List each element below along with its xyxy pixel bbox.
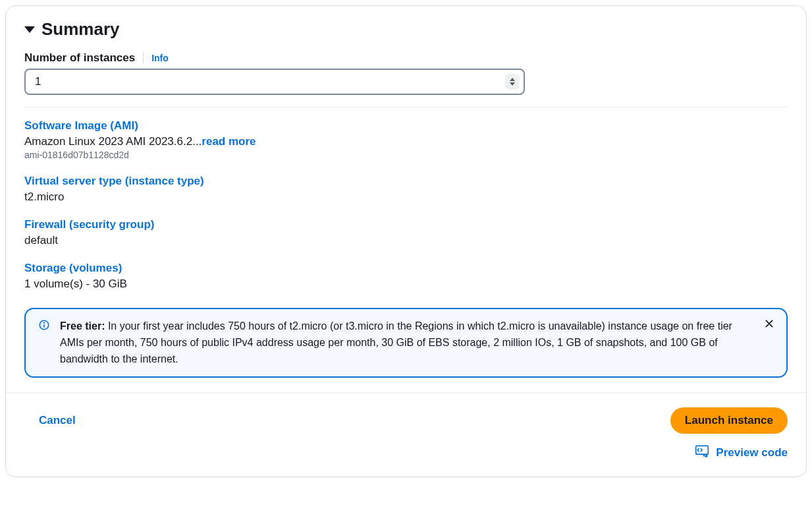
ami-value: Amazon Linux 2023 AMI 2023.6.2...read mo…	[24, 135, 788, 148]
info-icon	[38, 318, 51, 332]
firewall-value: default	[24, 234, 788, 247]
summary-title: Summary	[41, 19, 120, 40]
footer-row: Cancel Launch instance	[24, 407, 788, 434]
code-icon	[695, 444, 709, 461]
ami-name: Amazon Linux 2023 AMI 2023.6.2...	[24, 135, 202, 148]
num-instances-input[interactable]	[24, 69, 525, 95]
alert-text: Free tier: In your first year includes 7…	[60, 320, 732, 365]
panel-body: Summary Number of instances Info Softwar…	[6, 6, 806, 392]
read-more-link[interactable]: read more	[202, 135, 256, 148]
storage-section: Storage (volumes) 1 volume(s) - 30 GiB	[24, 262, 788, 291]
ami-id: ami-01816d07b1128cd2d	[24, 150, 788, 160]
cancel-button[interactable]: Cancel	[24, 414, 76, 427]
num-instances-row: Number of instances Info	[24, 51, 788, 65]
caret-down-icon	[24, 26, 35, 33]
close-icon[interactable]	[761, 316, 777, 332]
number-stepper[interactable]	[505, 74, 520, 90]
firewall-title[interactable]: Firewall (security group)	[24, 218, 788, 231]
storage-value: 1 volume(s) - 30 GiB	[24, 278, 788, 291]
preview-row: Preview code	[24, 444, 788, 461]
free-tier-alert: Free tier: In your first year includes 7…	[24, 308, 788, 378]
summary-header[interactable]: Summary	[24, 19, 788, 40]
divider	[24, 107, 788, 107]
instance-type-value: t2.micro	[24, 191, 788, 204]
chevron-up-icon	[510, 78, 515, 81]
firewall-section: Firewall (security group) default	[24, 218, 788, 247]
storage-title[interactable]: Storage (volumes)	[24, 262, 788, 275]
instance-type-title[interactable]: Virtual server type (instance type)	[24, 175, 788, 188]
panel-footer: Cancel Launch instance Preview code	[6, 392, 806, 477]
preview-code-label: Preview code	[716, 446, 788, 459]
ami-title[interactable]: Software Image (AMI)	[24, 119, 788, 132]
separator	[143, 52, 144, 64]
svg-point-2	[44, 322, 45, 323]
alert-body: In your first year includes 750 hours of…	[60, 320, 732, 365]
num-instances-input-wrap	[24, 69, 525, 95]
info-link[interactable]: Info	[151, 53, 169, 63]
instance-type-section: Virtual server type (instance type) t2.m…	[24, 175, 788, 204]
summary-panel: Summary Number of instances Info Softwar…	[5, 5, 807, 477]
launch-instance-button[interactable]: Launch instance	[670, 407, 788, 434]
chevron-down-icon	[510, 82, 515, 86]
num-instances-label: Number of instances	[24, 51, 135, 65]
preview-code-link[interactable]: Preview code	[695, 444, 788, 461]
alert-prefix: Free tier:	[60, 320, 105, 332]
ami-section: Software Image (AMI) Amazon Linux 2023 A…	[24, 119, 788, 160]
